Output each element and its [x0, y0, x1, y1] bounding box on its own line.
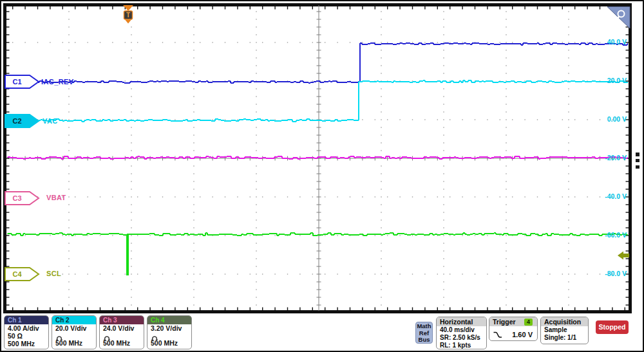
svg-text:C1: C1	[12, 78, 21, 86]
waveform-c1	[8, 43, 628, 83]
channel-badge-line: 24.0 V/div	[100, 324, 144, 332]
channel-badge-line: 3.20 V/div	[147, 324, 191, 332]
scale-label-3: -20.0 V	[605, 154, 627, 162]
waveform-c2	[8, 80, 628, 122]
record-length: RL: 1 kpts	[437, 342, 486, 349]
channel-badge-iconline	[147, 332, 191, 339]
horizontal-title: Horizontal	[437, 317, 486, 326]
scale-label-1: 20.0 V	[607, 77, 627, 84]
channel-setup-badge-2[interactable]: Ch 220.0 V/div500 MHz	[52, 315, 97, 349]
channel-badge-line: 500 MHz	[147, 339, 191, 347]
trigger-source-badge: 4	[524, 319, 533, 326]
oscilloscope-screen: T C1IAC_REVC2VACC3VBATC4SCL40.0 V20.0 V0…	[0, 0, 644, 352]
math-ref-bus-button[interactable]: Math Ref Bus	[415, 322, 433, 344]
waveform-c4	[8, 233, 628, 236]
acquisition-mode: Sample	[541, 326, 588, 334]
horizontal-panel[interactable]: Horizontal 40.0 ms/div SR: 2.50 kS/s RL:…	[436, 317, 487, 349]
scale-label-0: 40.0 V	[607, 38, 627, 46]
stopped-status-button[interactable]: Stopped	[596, 320, 629, 334]
channel-badge-c3[interactable]: C3	[5, 191, 41, 205]
trigger-level: 1.60 V	[512, 331, 533, 338]
channel-badge-line: 20.0 V/div	[52, 324, 96, 332]
scale-label-2: 0.00 V	[607, 115, 627, 123]
channel-badge-header: Ch 4	[147, 316, 191, 324]
trace-label-vac: VAC	[43, 117, 58, 125]
channel-badge-line: 50 Ω	[5, 332, 48, 340]
channel-badge-c1[interactable]: C1	[5, 75, 41, 89]
zoom-corner-button[interactable]	[607, 7, 630, 29]
scale-label-5: -60.0 V	[605, 231, 627, 239]
scale-label-4: -40.0 V	[605, 192, 627, 200]
svg-text:C3: C3	[12, 194, 21, 202]
sample-rate: SR: 2.50 kS/s	[437, 334, 486, 342]
trace-label-vbat: VBAT	[46, 194, 66, 201]
channel-badge-line: 500 MHz	[52, 339, 96, 347]
trigger-t-label: T	[126, 12, 130, 19]
bottom-bar: Ch 14.00 A/div50 Ω500 MHzCh 220.0 V/div5…	[1, 315, 643, 351]
side-panel-handle-dots[interactable]	[636, 153, 639, 169]
trigger-position-marker[interactable]: T	[123, 5, 133, 24]
channel-badge-iconline	[100, 332, 144, 339]
trigger-panel[interactable]: Trigger 4 1.60 V	[489, 317, 538, 341]
channel-setup-badge-3[interactable]: Ch 324.0 V/div500 MHz	[99, 315, 144, 349]
bus-label: Bus	[416, 337, 432, 344]
acquisition-count: Single: 1/1	[541, 334, 588, 342]
channel-badge-line: 500 MHz	[5, 340, 48, 347]
trigger-title: Trigger	[493, 318, 516, 326]
acquisition-panel[interactable]: Acquisition Sample Single: 1/1	[540, 317, 589, 344]
channel-badge-line: 4.00 A/div	[5, 324, 48, 332]
trace-label-iac_rev: IAC_REV	[41, 78, 73, 86]
channel-badge-header: Ch 2	[52, 316, 96, 324]
channel-badge-header: Ch 1	[5, 316, 48, 324]
trace-label-scl: SCL	[46, 270, 61, 277]
acquisition-title: Acquisition	[541, 317, 588, 326]
channel-badge-c4[interactable]: C4	[5, 267, 41, 281]
horizontal-scale: 40.0 ms/div	[437, 326, 486, 334]
channel-badge-iconline	[52, 332, 96, 339]
graticule-display: T	[1, 1, 643, 351]
svg-text:C4: C4	[12, 270, 22, 278]
channel-badge-line: 500 MHz	[100, 339, 144, 347]
channel-badge-c2[interactable]: C2	[5, 114, 41, 128]
channel-badge-header: Ch 3	[100, 316, 144, 324]
channel-setup-badge-1[interactable]: Ch 14.00 A/div50 Ω500 MHz	[4, 315, 49, 349]
svg-text:C2: C2	[12, 117, 21, 125]
scale-label-6: -80.0 V	[605, 270, 627, 277]
math-label: Math	[416, 323, 432, 330]
falling-edge-icon	[493, 331, 502, 338]
channel-setup-badge-4[interactable]: Ch 43.20 V/div500 MHz	[147, 315, 192, 349]
